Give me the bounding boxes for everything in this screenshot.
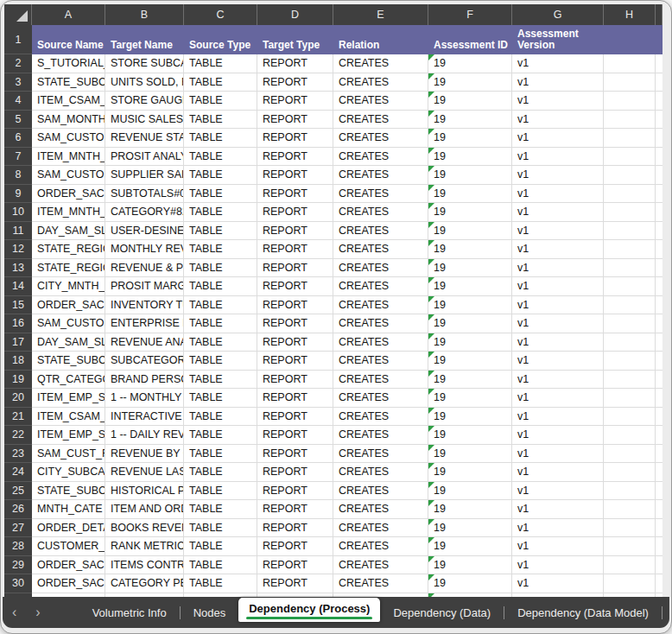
cell-empty-h[interactable] xyxy=(604,148,656,167)
cell-source-type[interactable]: TABLE xyxy=(184,166,257,185)
scroll-tabs-right-button[interactable]: › xyxy=(26,605,49,619)
cell-assessment-version[interactable]: v1 xyxy=(512,389,604,408)
cell-assessment-version[interactable]: v1 xyxy=(512,222,604,241)
cell-relation[interactable]: CREATES xyxy=(333,537,428,556)
cell-source-name[interactable]: DAY_SAM_SL xyxy=(32,222,105,241)
cell-source-type[interactable]: TABLE xyxy=(184,277,257,296)
cell-source-type[interactable]: TABLE xyxy=(184,203,257,222)
row-number-25[interactable]: 25 xyxy=(4,482,32,501)
cell-target-type[interactable]: REPORT xyxy=(257,240,333,259)
cell-target-name[interactable]: PROSIT MARGIN xyxy=(105,277,184,296)
cell-target-type[interactable]: REPORT xyxy=(257,314,333,333)
cell-target-type[interactable]: REPORT xyxy=(257,259,333,278)
cell-source-name[interactable]: ITEM_EMP_S xyxy=(32,389,105,408)
cell-target-name[interactable]: ENTERPRISE LE xyxy=(105,314,184,333)
cell-assessment-id[interactable]: 19 xyxy=(428,352,512,371)
cell-source-type[interactable]: TABLE xyxy=(184,296,257,315)
cell-relation[interactable]: CREATES xyxy=(333,296,428,315)
cell-relation[interactable]: CREATES xyxy=(333,73,428,92)
cell-target-name[interactable]: MUSIC SALES - xyxy=(105,111,184,130)
cell-target-type[interactable]: REPORT xyxy=(257,482,333,501)
cell-assessment-id[interactable]: 19 xyxy=(428,222,512,241)
cell-relation[interactable]: CREATES xyxy=(333,54,428,73)
cell-source-type[interactable]: TABLE xyxy=(184,574,257,593)
cell-target-type[interactable]: REPORT xyxy=(257,129,333,148)
cell-source-type[interactable]: TABLE xyxy=(184,519,257,538)
sheet-tab-dependency-data[interactable]: Dependency (Data) xyxy=(380,606,504,619)
cell-source-type[interactable]: TABLE xyxy=(184,482,257,501)
cell-assessment-id[interactable]: 19 xyxy=(428,500,512,519)
header-cell-empty-h[interactable] xyxy=(604,25,656,54)
cell-source-type[interactable]: TABLE xyxy=(184,445,257,464)
cell-assessment-id[interactable]: 19 xyxy=(428,482,512,501)
cell-source-name[interactable]: ORDER_SAC xyxy=(32,185,105,204)
cell-assessment-id[interactable]: 19 xyxy=(428,203,512,222)
cell-empty-h[interactable] xyxy=(604,408,656,427)
cell-target-name[interactable]: UNITS SOLD, RE xyxy=(105,73,184,92)
cell-assessment-id[interactable]: 19 xyxy=(428,259,512,278)
row-number-24[interactable]: 24 xyxy=(4,463,32,482)
cell-source-type[interactable]: TABLE xyxy=(184,240,257,259)
cell-assessment-id[interactable]: 19 xyxy=(428,277,512,296)
cell-source-name[interactable]: ORDER_SAC xyxy=(32,556,105,575)
cell-assessment-id[interactable]: 19 xyxy=(428,389,512,408)
cell-assessment-version[interactable]: v1 xyxy=(512,371,604,390)
row-number-3[interactable]: 3 xyxy=(4,73,32,92)
cell-source-type[interactable]: TABLE xyxy=(184,426,257,445)
cell-target-type[interactable]: REPORT xyxy=(257,166,333,185)
cell-source-name[interactable]: ORDER_SAC xyxy=(32,296,105,315)
cell-target-type[interactable]: REPORT xyxy=(257,556,333,575)
cell-relation[interactable]: CREATES xyxy=(333,574,428,593)
cell-target-name[interactable]: RANK METRICS xyxy=(105,537,184,556)
cell-relation[interactable]: CREATES xyxy=(333,314,428,333)
cell-target-type[interactable]: REPORT xyxy=(257,92,333,111)
cell-assessment-version[interactable]: v1 xyxy=(512,148,604,167)
cell-relation[interactable]: CREATES xyxy=(333,519,428,538)
cell-assessment-id[interactable]: 19 xyxy=(428,445,512,464)
cell-source-name[interactable]: ITEM_CSAM_ xyxy=(32,408,105,427)
cell-assessment-id[interactable]: 19 xyxy=(428,73,512,92)
row-number-7[interactable]: 7 xyxy=(4,148,32,167)
row-number-17[interactable]: 17 xyxy=(4,333,32,352)
cell-empty-h[interactable] xyxy=(604,463,656,482)
cell-empty-h[interactable] xyxy=(604,314,656,333)
cell-source-name[interactable]: QTR_CATEGO xyxy=(32,371,105,390)
cell-empty-h[interactable] xyxy=(604,426,656,445)
cell-source-type[interactable]: TABLE xyxy=(184,92,257,111)
cell-relation[interactable]: CREATES xyxy=(333,463,428,482)
cell-source-type[interactable]: TABLE xyxy=(184,222,257,241)
cell-assessment-version[interactable]: v1 xyxy=(512,259,604,278)
row-number-21[interactable]: 21 xyxy=(4,408,32,427)
cell-assessment-version[interactable]: v1 xyxy=(512,500,604,519)
cell-empty-h[interactable] xyxy=(604,222,656,241)
select-all-button[interactable] xyxy=(4,4,32,25)
cell-source-name[interactable]: ITEM_MNTH_ xyxy=(32,148,105,167)
cell-source-name[interactable]: CITY_SUBCA xyxy=(32,463,105,482)
cell-relation[interactable]: CREATES xyxy=(333,500,428,519)
cell-assessment-id[interactable]: 19 xyxy=(428,166,512,185)
cell-empty-h[interactable] xyxy=(604,537,656,556)
cell-assessment-version[interactable]: v1 xyxy=(512,166,604,185)
cell-target-name[interactable]: INTERACTIVE B xyxy=(105,408,184,427)
cell-target-name[interactable]: 1 -- DAILY REVE xyxy=(105,426,184,445)
cell-relation[interactable]: CREATES xyxy=(333,408,428,427)
cell-target-type[interactable]: REPORT xyxy=(257,537,333,556)
cell-target-type[interactable]: REPORT xyxy=(257,54,333,73)
cell-source-name[interactable]: ORDER_SAC xyxy=(32,574,105,593)
cell-assessment-id[interactable]: 19 xyxy=(428,240,512,259)
cell-assessment-id[interactable]: 19 xyxy=(428,574,512,593)
cell-target-name[interactable]: PROSIT ANALYS xyxy=(105,148,184,167)
cell-target-name[interactable]: HISTORICAL PR xyxy=(105,482,184,501)
cell-target-type[interactable]: REPORT xyxy=(257,111,333,130)
row-number-20[interactable]: 20 xyxy=(4,389,32,408)
cell-relation[interactable]: CREATES xyxy=(333,333,428,352)
row-number-28[interactable]: 28 xyxy=(4,537,32,556)
cell-assessment-version[interactable]: v1 xyxy=(512,314,604,333)
sheet-tab-nodes[interactable]: Nodes xyxy=(181,606,239,619)
cell-source-type[interactable]: TABLE xyxy=(184,111,257,130)
cell-assessment-id[interactable]: 19 xyxy=(428,333,512,352)
header-cell-target-type[interactable]: Target Type xyxy=(257,25,333,54)
row-number-15[interactable]: 15 xyxy=(4,296,32,315)
cell-target-type[interactable]: REPORT xyxy=(257,519,333,538)
header-cell-assessment-version[interactable]: Assessment Version xyxy=(512,25,604,54)
